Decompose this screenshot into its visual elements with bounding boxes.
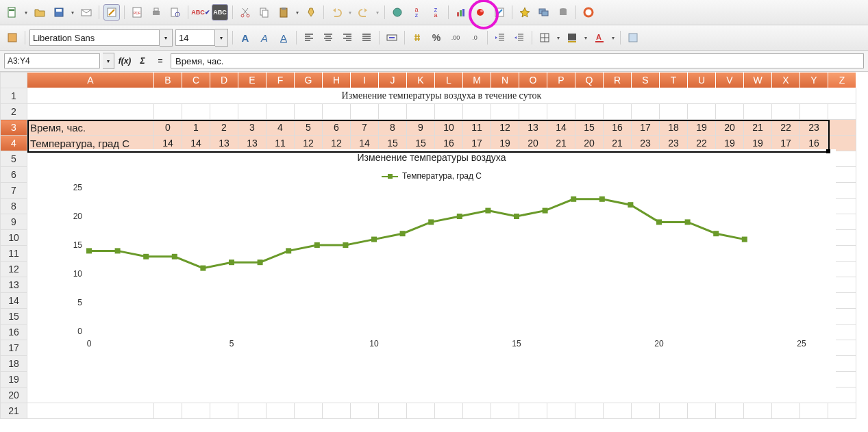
cell-U3[interactable]: 19 <box>688 120 716 136</box>
col-header-Y[interactable]: Y <box>800 73 828 88</box>
cell-A3[interactable]: Время, час. <box>27 120 154 136</box>
row-header-9[interactable]: 9 <box>1 214 27 230</box>
row-header-2[interactable]: 2 <box>1 104 27 120</box>
col-header-D[interactable]: D <box>210 73 238 88</box>
undo-button[interactable] <box>328 4 345 21</box>
row-header-17[interactable]: 17 <box>1 340 27 356</box>
cell-O2[interactable] <box>519 104 547 120</box>
cell-M3[interactable]: 11 <box>463 120 491 136</box>
bgcolor-button[interactable] <box>564 29 580 46</box>
cell-G3[interactable]: 5 <box>295 120 323 136</box>
bold-button[interactable]: A <box>237 29 253 46</box>
cell-O21[interactable] <box>519 403 547 419</box>
redo-dropdown[interactable]: ▾ <box>375 5 380 20</box>
merge-cells-button[interactable] <box>384 29 400 46</box>
row-header-12[interactable]: 12 <box>1 262 27 277</box>
styles-button[interactable] <box>4 29 21 46</box>
cell-W2[interactable] <box>744 104 772 120</box>
col-header-V[interactable]: V <box>716 73 744 88</box>
cell-C2[interactable] <box>182 104 210 120</box>
cell-Z3[interactable] <box>828 120 856 136</box>
cell-I2[interactable] <box>351 104 379 120</box>
cell-X2[interactable] <box>772 104 800 120</box>
cell-N3[interactable]: 12 <box>491 120 519 136</box>
col-header-O[interactable]: O <box>519 73 547 88</box>
cell-reference-dropdown[interactable]: ▾ <box>103 53 114 69</box>
col-header-R[interactable]: R <box>604 73 632 88</box>
cell-U2[interactable] <box>688 104 716 120</box>
cell-N21[interactable] <box>491 403 519 419</box>
cell-B2[interactable] <box>154 104 182 120</box>
spreadsheet-area[interactable]: ABCDEFGHIJKLMNOPQRSTUVWXYZ1Изменение тем… <box>0 72 868 432</box>
cell-Q2[interactable] <box>575 104 604 120</box>
align-center-button[interactable] <box>320 29 336 46</box>
col-header-L[interactable]: L <box>435 73 463 88</box>
underline-button[interactable]: A <box>275 29 292 46</box>
cell-B21[interactable] <box>154 403 182 419</box>
paste-dropdown[interactable]: ▾ <box>295 5 300 20</box>
cell-D2[interactable] <box>210 104 238 120</box>
col-header-U[interactable]: U <box>688 73 716 88</box>
cell-I3[interactable]: 7 <box>351 120 379 136</box>
row-header-4[interactable]: 4 <box>1 136 27 151</box>
borders-dropdown[interactable]: ▾ <box>556 30 561 45</box>
cell-R21[interactable] <box>604 403 632 419</box>
cell-F3[interactable]: 4 <box>266 120 295 136</box>
new-doc-button[interactable] <box>4 4 21 21</box>
cell-D21[interactable] <box>210 403 238 419</box>
row-header-13[interactable]: 13 <box>1 277 27 293</box>
row-header-7[interactable]: 7 <box>1 183 27 199</box>
cell-T21[interactable] <box>660 403 688 419</box>
navigator-button[interactable] <box>517 4 533 21</box>
align-justify-button[interactable] <box>358 29 375 46</box>
row-header-14[interactable]: 14 <box>1 293 27 309</box>
datasources-button[interactable] <box>555 4 571 21</box>
equals-button[interactable]: = <box>153 54 168 68</box>
edit-mode-button[interactable] <box>103 4 120 21</box>
cell-J3[interactable]: 8 <box>379 120 407 136</box>
col-header-I[interactable]: I <box>351 73 379 88</box>
col-header-P[interactable]: P <box>547 73 575 88</box>
chart-button[interactable] <box>453 4 469 21</box>
cell-L3[interactable]: 10 <box>435 120 463 136</box>
title-cell[interactable]: Изменение температуры воздуха в течение … <box>27 88 856 104</box>
cell-A21[interactable] <box>27 403 154 419</box>
copy-button[interactable] <box>256 4 273 21</box>
cell-P3[interactable]: 14 <box>547 120 575 136</box>
cell-B3[interactable]: 0 <box>154 120 182 136</box>
row-header-16[interactable]: 16 <box>1 325 27 340</box>
col-header-A[interactable]: A <box>27 73 154 88</box>
cell-reference-input[interactable]: A3:Y4 <box>4 53 100 68</box>
redo-button[interactable] <box>356 4 372 21</box>
fontcolor-button[interactable]: A <box>591 29 608 46</box>
row-header-8[interactable]: 8 <box>1 199 27 214</box>
col-header-N[interactable]: N <box>491 73 519 88</box>
row-header-11[interactable]: 11 <box>1 246 27 262</box>
col-header-F[interactable]: F <box>266 73 295 88</box>
macro-edit-button[interactable] <box>491 4 508 21</box>
cell-U21[interactable] <box>688 403 716 419</box>
font-size-dropdown[interactable]: ▾ <box>215 29 228 47</box>
cell-R3[interactable]: 16 <box>604 120 632 136</box>
spellcheck-button[interactable]: ABC✔ <box>193 4 209 21</box>
cell-F21[interactable] <box>266 403 295 419</box>
cell-I21[interactable] <box>351 403 379 419</box>
cell-Z2[interactable] <box>828 104 856 120</box>
cell-E21[interactable] <box>238 403 266 419</box>
col-header-C[interactable]: C <box>182 73 210 88</box>
cell-F2[interactable] <box>266 104 295 120</box>
cell-H21[interactable] <box>323 403 351 419</box>
cut-button[interactable] <box>237 4 253 21</box>
cell-X21[interactable] <box>772 403 800 419</box>
font-name-dropdown[interactable]: ▾ <box>160 29 173 47</box>
open-button[interactable] <box>32 4 48 21</box>
align-right-button[interactable] <box>339 29 356 46</box>
cell-K21[interactable] <box>407 403 435 419</box>
cell-K3[interactable]: 9 <box>407 120 435 136</box>
cell-Q21[interactable] <box>575 403 604 419</box>
cell-C21[interactable] <box>182 403 210 419</box>
help-button[interactable] <box>580 4 597 21</box>
cell-H2[interactable] <box>323 104 351 120</box>
cell-R2[interactable] <box>604 104 632 120</box>
sort-desc-button[interactable]: za <box>427 4 444 21</box>
